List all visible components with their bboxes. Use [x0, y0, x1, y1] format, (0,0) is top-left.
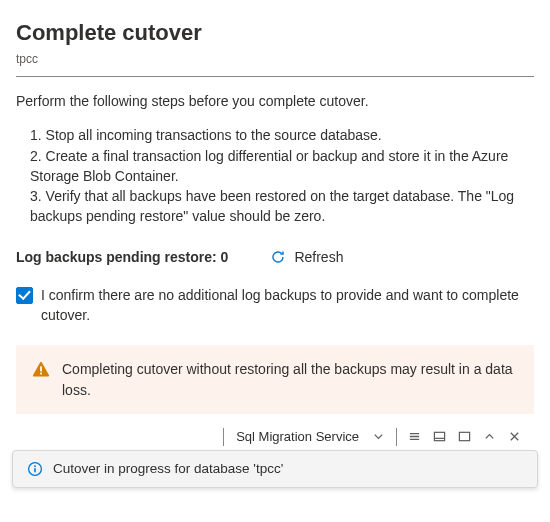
tabbar-divider	[223, 428, 224, 446]
tabbar-divider-2	[396, 428, 397, 446]
pending-row: Log backups pending restore: 0 Refresh	[16, 245, 534, 269]
step-3: 3. Verify that all backups have been res…	[30, 186, 534, 227]
separator	[16, 76, 534, 77]
tab-title: Sql Migration Service	[234, 429, 361, 444]
database-name: tpcc	[16, 52, 534, 66]
step-1: 1. Stop all incoming transactions to the…	[30, 125, 534, 145]
confirm-row[interactable]: I confirm there are no additional log ba…	[16, 285, 534, 326]
warning-text: Completing cutover without restoring all…	[62, 359, 518, 400]
pending-backups: Log backups pending restore: 0	[16, 249, 228, 265]
confirm-checkbox[interactable]	[16, 287, 33, 304]
svg-rect-3	[459, 433, 469, 441]
svg-point-5	[34, 465, 36, 467]
info-icon	[27, 461, 43, 477]
chevron-down-icon[interactable]	[371, 429, 386, 444]
notification-area: Cutover in progress for database 'tpcc'	[0, 450, 550, 496]
notification-text: Cutover in progress for database 'tpcc'	[53, 461, 283, 476]
svg-rect-1	[40, 373, 42, 375]
refresh-icon	[270, 249, 286, 265]
close-icon[interactable]	[507, 429, 522, 444]
bottom-tab-bar: Sql Migration Service	[16, 428, 528, 450]
confirm-text: I confirm there are no additional log ba…	[41, 285, 534, 326]
chevron-up-icon[interactable]	[482, 429, 497, 444]
svg-rect-2	[434, 433, 444, 441]
panel-icon[interactable]	[432, 429, 447, 444]
warning-banner: Completing cutover without restoring all…	[16, 345, 534, 414]
svg-rect-0	[40, 367, 42, 372]
status-notification: Cutover in progress for database 'tpcc'	[12, 450, 538, 488]
warning-icon	[32, 361, 50, 379]
pending-count: 0	[221, 249, 229, 265]
step-2: 2. Create a final transaction log differ…	[30, 146, 534, 187]
list-icon[interactable]	[407, 429, 422, 444]
refresh-label: Refresh	[294, 249, 343, 265]
complete-cutover-pane: Complete cutover tpcc Perform the follow…	[0, 0, 550, 450]
intro-text: Perform the following steps before you c…	[16, 91, 534, 111]
refresh-button[interactable]: Refresh	[264, 245, 349, 269]
window-icon[interactable]	[457, 429, 472, 444]
pending-label: Log backups pending restore:	[16, 249, 217, 265]
page-title: Complete cutover	[16, 20, 534, 46]
steps-list: 1. Stop all incoming transactions to the…	[16, 125, 534, 226]
